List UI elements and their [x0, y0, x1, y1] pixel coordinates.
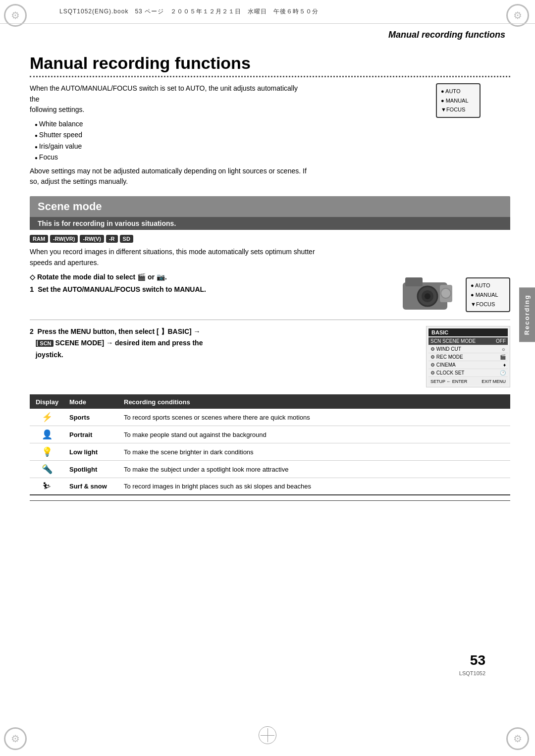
- col-header-mode: Mode: [64, 395, 119, 409]
- header-file-info: LSQT1052(ENG).book 53 ページ ２００５年１２月２１日 水曜…: [59, 7, 319, 16]
- menu-row-cinema: ⚙ CINEMA ♦: [428, 361, 508, 369]
- step2-text-area: 2 Press the MENU button, then select [ 】…: [30, 326, 416, 365]
- switch-visual-step1: ● AUTO ● MANUAL ▼FOCUS: [466, 277, 510, 312]
- scene-mode-title: Scene mode: [30, 196, 510, 217]
- corner-bottom-left: ⚙: [4, 727, 29, 752]
- table-row-lowlight: 💡 Low light To make the scene brighter i…: [30, 443, 510, 461]
- table-header: Display Mode Recording conditions: [30, 395, 510, 409]
- svg-point-4: [425, 293, 430, 299]
- svg-point-6: [441, 288, 451, 298]
- table-row-surf-snow: ⛷ Surf & snow To record images in bright…: [30, 478, 510, 495]
- mode-surf-snow: Surf & snow: [64, 478, 119, 495]
- side-tab-recording: Recording: [519, 287, 535, 342]
- camera-diagram-svg: [400, 275, 460, 315]
- step1: 1 Set the AUTO/MANUAL/FOCUS switch to MA…: [30, 285, 392, 293]
- badge-ram: RAM: [30, 235, 48, 243]
- scn-badge: SCN: [38, 340, 53, 347]
- mode-lowlight: Low light: [64, 443, 119, 461]
- main-content: Manual recording functions When the AUTO…: [30, 24, 510, 501]
- display-lowlight: 💡: [30, 443, 64, 461]
- bullet-shutter-speed: Shutter speed: [35, 129, 510, 140]
- menu-footer: SETUP ← ENTER EXIT MENU: [428, 378, 508, 385]
- menu-row-clock-set: ⚙ CLOCK SET 🕐: [428, 369, 508, 377]
- gear-icon-bottom-right: ⚙: [506, 727, 529, 750]
- bottom-center-mark: [259, 726, 276, 744]
- bullet-list: White balance Shutter speed Iris/gain va…: [35, 118, 510, 163]
- table-row-sports: ⚡ Sports To record sports scenes or scen…: [30, 409, 510, 426]
- scene-desc: When you record images in different situ…: [30, 247, 317, 268]
- mode-portrait: Portrait: [64, 426, 119, 443]
- page-number-area: 53 LSQT1052: [459, 652, 485, 677]
- col-header-display: Display: [30, 395, 64, 409]
- table-row-spotlight: 🔦 Spotlight To make the subject under a …: [30, 461, 510, 478]
- step2-full-text: 2 Press the MENU button, then select [ 】…: [30, 326, 416, 360]
- badge-rwvr: -RW(VR): [50, 235, 78, 243]
- display-sports: ⚡: [30, 409, 64, 426]
- badge-r: -R: [106, 235, 118, 243]
- condition-lowlight: To make the scene brighter in dark condi…: [119, 443, 510, 461]
- display-portrait: 👤: [30, 426, 64, 443]
- condition-portrait: To make people stand out against the bac…: [119, 426, 510, 443]
- display-spotlight: 🔦: [30, 461, 64, 478]
- steps-left: ◇ Rotate the mode dial to select 🎬 or 📷.…: [30, 273, 392, 295]
- bottom-crosshair-icon: [259, 726, 276, 744]
- manual-label: ● MANUAL: [441, 96, 476, 106]
- table-row-portrait: 👤 Portrait To make people stand out agai…: [30, 426, 510, 443]
- switch-diagram-intro: ● AUTO ● MANUAL ▼FOCUS: [436, 83, 481, 118]
- auto-label-step: ● AUTO: [471, 281, 505, 290]
- badge-sd: SD: [120, 235, 133, 243]
- dotted-separator: [30, 76, 510, 77]
- mode-spotlight: Spotlight: [64, 461, 119, 478]
- gear-icon-bottom-left: ⚙: [4, 727, 27, 750]
- auto-label: ● AUTO: [441, 87, 476, 96]
- focus-label-step: ▼FOCUS: [471, 300, 505, 309]
- scene-mode-section: Scene mode This is for recording in vari…: [30, 196, 510, 501]
- intro-section: When the AUTO/MANUAL/FOCUS switch is set…: [30, 83, 510, 187]
- table-body: ⚡ Sports To record sports scenes or scen…: [30, 409, 510, 495]
- bullet-white-balance: White balance: [35, 118, 510, 129]
- condition-surf-snow: To record images in bright places such a…: [119, 478, 510, 495]
- table-header-row: Display Mode Recording conditions: [30, 395, 510, 409]
- above-settings-text: Above settings may not be adjusted autom…: [30, 166, 307, 187]
- recording-table: Display Mode Recording conditions ⚡ Spor…: [30, 394, 510, 495]
- step-divider: [30, 320, 510, 320]
- mode-sports: Sports: [64, 409, 119, 426]
- badge-rwv: -RW(V): [80, 235, 104, 243]
- focus-label: ▼FOCUS: [441, 105, 476, 114]
- menu-screenshot: BASIC SCN SCENE MODE OFF ⚙ WIND CUT ☼ ⚙ …: [426, 326, 510, 387]
- step-pair: ◇ Rotate the mode dial to select 🎬 or 📷.…: [30, 273, 510, 315]
- content-end-rule: [30, 500, 510, 501]
- col-header-conditions: Recording conditions: [119, 395, 510, 409]
- camera-and-switch: ● AUTO ● MANUAL ▼FOCUS: [400, 275, 510, 315]
- intro-line1: When the AUTO/MANUAL/FOCUS switch is set…: [30, 83, 307, 115]
- condition-sports: To record sports scenes or scenes where …: [119, 409, 510, 426]
- display-surf-snow: ⛷: [30, 478, 64, 495]
- menu-row-scene-mode: SCN SCENE MODE OFF: [428, 337, 508, 345]
- manual-label-step: ● MANUAL: [471, 290, 505, 300]
- page-number: 53: [459, 652, 485, 668]
- step2-section: 2 Press the MENU button, then select [ 】…: [30, 326, 510, 387]
- menu-row-rec-mode: ⚙ REC MODE 🎬: [428, 353, 508, 361]
- menu-title-bar: BASIC: [428, 328, 508, 336]
- menu-row-wind-cut: ⚙ WIND CUT ☼: [428, 345, 508, 353]
- switch-visual-intro: ● AUTO ● MANUAL ▼FOCUS: [436, 83, 481, 118]
- page-code: LSQT1052: [459, 670, 485, 676]
- page-container: ⚙ ⚙ ⚙ ⚙ LSQT1052(ENG).book 53 ページ ２００５年１…: [0, 0, 535, 756]
- diamond-step: ◇ Rotate the mode dial to select 🎬 or 📷.: [30, 273, 392, 281]
- media-badges: RAM -RW(VR) -RW(V) -R SD: [30, 235, 510, 243]
- scene-mode-subtitle: This is for recording in various situati…: [30, 217, 510, 230]
- condition-spotlight: To make the subject under a spotlight lo…: [119, 461, 510, 478]
- page-title: Manual recording functions: [30, 54, 510, 73]
- header-bar: LSQT1052(ENG).book 53 ページ ２００５年１２月２１日 水曜…: [0, 0, 535, 24]
- bullet-iris-gain: Iris/gain value: [35, 141, 510, 152]
- svg-rect-1: [405, 277, 423, 286]
- corner-bottom-right: ⚙: [506, 727, 531, 752]
- bullet-focus: Focus: [35, 152, 510, 162]
